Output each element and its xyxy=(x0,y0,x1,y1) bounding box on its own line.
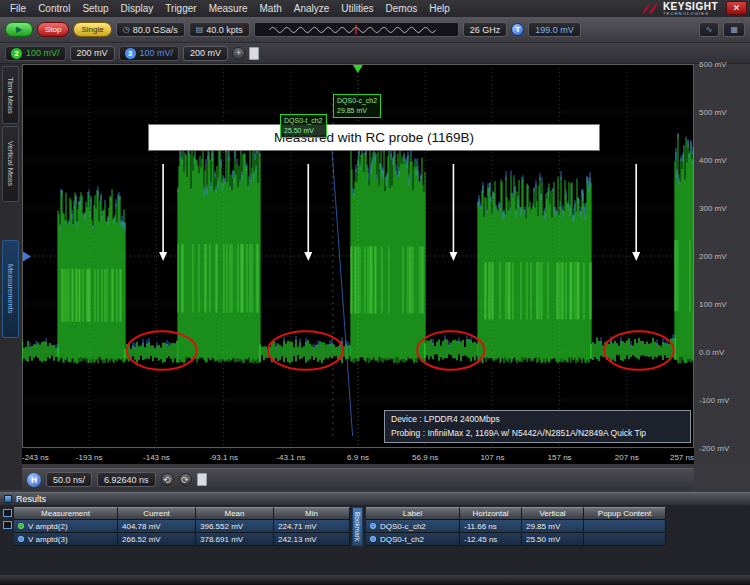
col-horizontal[interactable]: Horizontal xyxy=(460,507,522,520)
marker-label-dqs0-c[interactable]: DQS0-c_ch2 29.85 mV xyxy=(333,94,381,118)
channel-3-scale-chip[interactable]: 3 100 mV/ xyxy=(119,46,180,61)
measurement-row-1[interactable]: V amptd(2) 404.78 mV 396.552 mV 224.71 m… xyxy=(14,520,350,533)
horizontal-button[interactable]: H xyxy=(27,473,41,487)
notes-icon[interactable] xyxy=(249,47,259,60)
trigger-icon[interactable]: T xyxy=(511,23,524,36)
tab-time-meas[interactable]: Time Meas xyxy=(2,66,19,124)
channel-2-badge: 2 xyxy=(11,48,22,59)
measurement-current: 404.78 mV xyxy=(118,520,196,533)
stop-button[interactable]: Stop xyxy=(37,22,69,37)
col-popup-content[interactable]: Popup Content xyxy=(584,507,666,520)
bookmark-row-1[interactable]: DQS0-c_ch2 -11.66 ns 29.85 mV xyxy=(366,520,666,533)
trigger-level-value: 199.0 mV xyxy=(535,25,574,35)
memory-icon: ▤ xyxy=(196,25,204,34)
single-button[interactable]: Single xyxy=(73,22,111,37)
bookmark-horizontal: -11.66 ns xyxy=(460,520,522,533)
menu-utilities[interactable]: Utilities xyxy=(335,2,379,15)
marker-t-name: DQS0-t_ch2 xyxy=(284,116,323,126)
channel-3-offset: 200 mV xyxy=(190,48,221,58)
scope-display[interactable]: -243 ns-193 ns-143 ns-93.1 ns-43.1 ns6.9… xyxy=(22,64,694,464)
bookmark-table: Label Horizontal Vertical Popup Content … xyxy=(366,507,666,546)
acquisition-toolbar: ▶ Stop Single ◷ 80.0 GSa/s ▤ 40.0 kpts 2… xyxy=(0,17,750,43)
y-tick-label: -100 mV xyxy=(699,396,729,405)
results-panel: Measurement Current Mean Min V amptd(2) … xyxy=(0,505,750,575)
menu-setup[interactable]: Setup xyxy=(76,2,114,15)
results-title: Results xyxy=(16,494,46,504)
marker-c-value: 29.85 mV xyxy=(337,106,377,116)
x-tick-label: -193 ns xyxy=(76,453,103,462)
zoom-out-button[interactable]: ⟲ xyxy=(161,473,174,486)
timebase-scale-chip[interactable]: 50.0 ns/ xyxy=(46,472,92,487)
timebase-notes-icon[interactable] xyxy=(197,473,207,486)
menu-trigger[interactable]: Trigger xyxy=(159,2,202,15)
annotation-box[interactable]: Measured with RC probe (1169B) xyxy=(148,124,600,151)
channel-2-offset-chip[interactable]: 200 mV xyxy=(70,46,115,61)
trigger-level-chip[interactable]: 199.0 mV xyxy=(528,22,581,37)
bookmark-vertical: 29.85 mV xyxy=(522,520,584,533)
bandwidth-chip[interactable]: 26 GHz xyxy=(463,22,508,37)
menu-analyze[interactable]: Analyze xyxy=(288,2,336,15)
col-measurement[interactable]: Measurement xyxy=(14,507,118,520)
run-button[interactable]: ▶ xyxy=(5,22,33,37)
menu-control[interactable]: Control xyxy=(32,2,76,15)
bookmark-horizontal: -12.45 ns xyxy=(460,533,522,546)
bookmark-vertical: 25.50 mV xyxy=(522,533,584,546)
results-header[interactable]: Results xyxy=(0,492,750,505)
close-button[interactable]: ✕ xyxy=(726,1,747,15)
col-min[interactable]: Min xyxy=(274,507,350,520)
col-mean[interactable]: Mean xyxy=(196,507,274,520)
screen-icon-2[interactable] xyxy=(3,521,12,529)
bookmark-tab[interactable]: Bookmark xyxy=(352,507,363,546)
layout-tool-button[interactable]: ▦ xyxy=(723,22,745,37)
menu-demos[interactable]: Demos xyxy=(380,2,424,15)
x-tick-label: 207 ns xyxy=(615,453,639,462)
measurement-name: V amptd(3) xyxy=(28,535,68,544)
menu-display[interactable]: Display xyxy=(115,2,160,15)
sample-rate-value: 80.0 GSa/s xyxy=(133,25,178,35)
marker-label-dqs0-t[interactable]: DQS0-t_ch2 25.50 mV xyxy=(280,114,327,138)
measurement-name: V amptd(2) xyxy=(28,522,68,531)
device-info-line1: Device : LPDDR4 2400Mbps xyxy=(391,413,684,427)
bookmark-popup xyxy=(584,533,666,546)
wave-icon: ∿ xyxy=(706,25,713,34)
channel-2-scale-chip[interactable]: 2 100 mV/ xyxy=(5,46,66,61)
y-tick-label: 400 mV xyxy=(699,156,727,165)
col-label[interactable]: Label xyxy=(366,507,460,520)
timebase-scale: 50.0 ns/ xyxy=(53,475,85,485)
results-icon xyxy=(4,495,12,503)
preview-waveform xyxy=(269,27,435,32)
clock-icon: ◷ xyxy=(123,25,130,34)
x-tick-label: -43.1 ns xyxy=(276,453,305,462)
acquisition-preview-strip[interactable] xyxy=(254,22,459,37)
add-channel-button[interactable]: + xyxy=(232,47,245,60)
channel-dot xyxy=(18,523,24,529)
zoom-in-button[interactable]: ⟳ xyxy=(179,473,192,486)
col-current[interactable]: Current xyxy=(118,507,196,520)
menu-help[interactable]: Help xyxy=(423,2,456,15)
y-tick-label: 200 mV xyxy=(699,252,727,261)
screen-icon-1[interactable] xyxy=(3,509,12,517)
menu-math[interactable]: Math xyxy=(254,2,288,15)
memory-depth-chip[interactable]: ▤ 40.0 kpts xyxy=(189,22,250,37)
sample-rate-chip[interactable]: ◷ 80.0 GSa/s xyxy=(116,22,185,37)
menu-measure[interactable]: Measure xyxy=(203,2,254,15)
menu-file[interactable]: File xyxy=(4,2,32,15)
memory-depth-value: 40.0 kpts xyxy=(206,25,243,35)
x-tick-label: 56.9 ns xyxy=(412,453,438,462)
keysight-spark-icon xyxy=(640,2,660,16)
channel-3-badge: 3 xyxy=(125,48,136,59)
grid-icon: ▦ xyxy=(730,25,738,34)
waveform-tool-button[interactable]: ∿ xyxy=(699,22,720,37)
tab-measurements[interactable]: Measurements xyxy=(2,240,19,338)
channel-3-offset-chip[interactable]: 200 mV xyxy=(183,46,228,61)
measurement-row-2[interactable]: V amptd(3) 266.52 mV 378.691 mV 242.13 m… xyxy=(14,533,350,546)
menu-bar: File Control Setup Display Trigger Measu… xyxy=(0,0,750,17)
tab-vertical-meas[interactable]: Vertical Meas xyxy=(2,126,19,202)
timebase-position-chip[interactable]: 6.92640 ns xyxy=(97,472,156,487)
timebase-bar: H 50.0 ns/ 6.92640 ns ⟲ ⟳ xyxy=(22,468,694,490)
oscilloscope-app: File Control Setup Display Trigger Measu… xyxy=(0,0,750,585)
col-vertical[interactable]: Vertical xyxy=(522,507,584,520)
bookmark-label: DQS0-c_ch2 xyxy=(380,522,426,531)
measurement-mean: 396.552 mV xyxy=(196,520,274,533)
bookmark-row-2[interactable]: DQS0-t_ch2 -12.45 ns 25.50 mV xyxy=(366,533,666,546)
